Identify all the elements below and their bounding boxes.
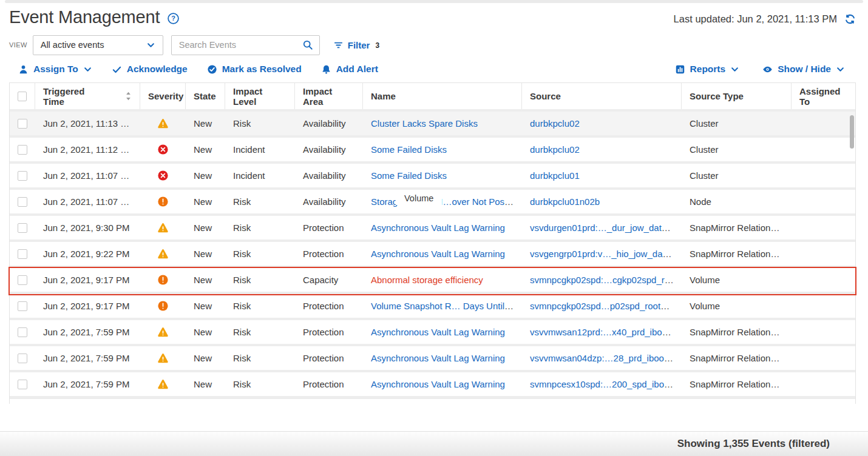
triggered-time-cell: Jun 2, 2021, 9:22 PM xyxy=(35,249,140,259)
select-all-checkbox[interactable] xyxy=(18,92,27,101)
view-label: VIEW xyxy=(9,41,27,49)
mark-as-resolved-button[interactable]: Mark as Resolved xyxy=(207,64,302,75)
impact-level-cell: Risk xyxy=(225,379,295,389)
page-title: Event Management xyxy=(9,7,160,27)
source-link[interactable]: svmnpcgkp02spd…p02spd_root_m1 xyxy=(530,301,678,311)
table-row[interactable]: Jun 2, 2021, 9:17 PM New Risk Capacity A… xyxy=(10,268,855,294)
source-type-cell: Cluster xyxy=(682,170,792,181)
help-icon[interactable]: ? xyxy=(167,12,180,25)
row-checkbox[interactable] xyxy=(18,327,27,337)
source-type-cell: SnapMirror Relationship xyxy=(682,353,792,363)
row-checkbox[interactable] xyxy=(18,171,27,181)
warning-icon xyxy=(157,326,169,338)
row-checkbox[interactable] xyxy=(18,119,27,129)
table-body: Jun 2, 2021, 11:13 PM New Risk Availabil… xyxy=(10,112,855,398)
row-checkbox[interactable] xyxy=(18,380,27,389)
show-hide-button[interactable]: Show / Hide xyxy=(762,64,845,75)
search-icon[interactable] xyxy=(302,39,313,50)
svg-text:?: ? xyxy=(171,15,175,22)
source-link[interactable]: durbkpclu02 xyxy=(530,118,580,129)
impact-level-cell: Incident xyxy=(225,144,295,155)
impact-area-cell: Availability xyxy=(295,196,363,207)
row-checkbox[interactable] xyxy=(18,354,27,363)
event-name-link[interactable]: Abnormal storage efficiency xyxy=(371,275,483,285)
table-row[interactable]: Jun 2, 2021, 11:12 PM New Incident Avail… xyxy=(10,138,855,164)
event-name-link[interactable]: Some Failed Disks xyxy=(371,170,447,181)
chevron-down-icon xyxy=(836,65,845,74)
row-checkbox[interactable] xyxy=(18,301,27,311)
table-row[interactable]: Jun 2, 2021, 11:07 PM New Incident Avail… xyxy=(10,164,855,190)
vertical-scrollbar-thumb[interactable] xyxy=(850,115,854,149)
table-row[interactable]: Jun 2, 2021, 7:59 PM New Risk Protection… xyxy=(10,346,855,372)
row-checkbox[interactable] xyxy=(18,145,27,155)
source-link[interactable]: svmnpcgkp02spd:…cgkp02spd_root xyxy=(530,275,677,285)
critical-icon xyxy=(157,144,169,155)
event-name-link[interactable]: Volume Snapshot R… Days Until Full xyxy=(371,301,521,311)
event-name-link[interactable]: Asynchronous Vault Lag Warning xyxy=(371,353,505,363)
column-header-source-type[interactable]: Source Type xyxy=(682,83,792,109)
row-checkbox[interactable] xyxy=(18,275,27,285)
row-checkbox[interactable] xyxy=(18,223,27,233)
source-type-cell: Volume xyxy=(682,301,792,311)
state-cell: New xyxy=(186,353,225,363)
source-link[interactable]: vsvgengrp01prd:v…_hio_jow_data01 xyxy=(530,249,680,259)
source-type-cell: Node xyxy=(682,196,792,207)
column-header-impact-area[interactable]: Impact Area xyxy=(295,83,363,109)
event-name-link[interactable]: Asynchronous Vault Lag Warning xyxy=(371,223,505,233)
event-name-link[interactable]: Asynchronous Vault Lag Warning xyxy=(371,327,505,337)
row-checkbox[interactable] xyxy=(18,197,27,207)
add-alert-button[interactable]: Add Alert xyxy=(321,64,378,75)
search-input[interactable] xyxy=(179,40,302,50)
event-name-link[interactable]: Storage Failover I…over Not Possible xyxy=(371,196,522,207)
impact-area-cell: Protection xyxy=(295,301,363,311)
column-header-assigned-to[interactable]: Assigned To xyxy=(792,83,855,109)
source-link[interactable]: durbkpclu01n02b xyxy=(530,196,600,207)
assign-to-button[interactable]: Assign To xyxy=(18,64,92,75)
source-link[interactable]: durbkpclu01 xyxy=(530,170,580,181)
column-header-name[interactable]: Name xyxy=(363,83,522,109)
column-header-state[interactable]: State xyxy=(186,83,225,109)
triggered-time-cell: Jun 2, 2021, 11:13 PM xyxy=(35,118,140,129)
table-row[interactable]: Jun 2, 2021, 9:17 PM New Risk Protection… xyxy=(10,294,855,320)
source-link[interactable]: durbkpclu02 xyxy=(530,144,580,155)
triggered-time-cell: Jun 2, 2021, 11:07 PM xyxy=(35,196,140,207)
severity-cell xyxy=(140,326,186,338)
triggered-time-cell: Jun 2, 2021, 7:59 PM xyxy=(35,379,140,389)
source-link[interactable]: vsvvmwsan12prd:…x40_prd_iboot01 xyxy=(530,327,680,337)
refresh-icon[interactable] xyxy=(844,13,856,25)
chevron-down-icon xyxy=(730,65,739,74)
filter-button[interactable]: Filter 3 xyxy=(333,40,379,50)
view-select[interactable]: All active events xyxy=(33,35,163,55)
table-row[interactable]: Jun 2, 2021, 11:13 PM New Risk Availabil… xyxy=(10,112,855,138)
state-cell: New xyxy=(186,144,225,155)
event-name-link[interactable]: Asynchronous Vault Lag Warning xyxy=(371,379,505,389)
horizontal-scrollbar[interactable] xyxy=(10,398,855,404)
state-cell: New xyxy=(186,170,225,181)
column-header-severity[interactable]: Severity xyxy=(140,83,186,109)
table-row[interactable]: Jun 2, 2021, 7:59 PM New Risk Protection… xyxy=(10,320,855,346)
view-select-value: All active events xyxy=(41,40,104,50)
source-link[interactable]: vsvdurgen01prd:…_dur_jow_data01 xyxy=(530,223,677,233)
table-row[interactable]: Jun 2, 2021, 9:22 PM New Risk Protection… xyxy=(10,242,855,268)
table-row[interactable]: Jun 2, 2021, 7:59 PM New Risk Protection… xyxy=(10,372,855,398)
acknowledge-button[interactable]: Acknowledge xyxy=(112,64,188,75)
events-count-status: Showing 1,355 Events (filtered) xyxy=(677,438,830,450)
table-row[interactable]: Jun 2, 2021, 9:30 PM New Risk Protection… xyxy=(10,216,855,242)
row-checkbox[interactable] xyxy=(18,249,27,259)
search-box xyxy=(171,35,320,55)
source-link[interactable]: svmnpcesx10spd:…200_spd_iboot01 xyxy=(530,379,682,389)
source-link[interactable]: vsvvmwsan04dzp:…28_prd_iboot01 xyxy=(530,353,677,363)
reports-button[interactable]: Reports xyxy=(675,64,740,75)
sort-icon[interactable] xyxy=(125,91,132,101)
event-name-link[interactable]: Some Failed Disks xyxy=(371,144,447,155)
column-header-triggered-time[interactable]: Triggered Time xyxy=(35,83,140,109)
column-header-source[interactable]: Source xyxy=(522,83,682,109)
triggered-time-cell: Jun 2, 2021, 9:30 PM xyxy=(35,223,140,233)
error-icon xyxy=(157,196,169,207)
impact-area-cell: Protection xyxy=(295,327,363,337)
event-name-link[interactable]: Cluster Lacks Spare Disks xyxy=(371,118,478,129)
bell-icon xyxy=(321,64,331,75)
impact-level-cell: Risk xyxy=(225,196,295,207)
column-header-impact-level[interactable]: Impact Level xyxy=(225,83,295,109)
event-name-link[interactable]: Asynchronous Vault Lag Warning xyxy=(371,249,505,259)
